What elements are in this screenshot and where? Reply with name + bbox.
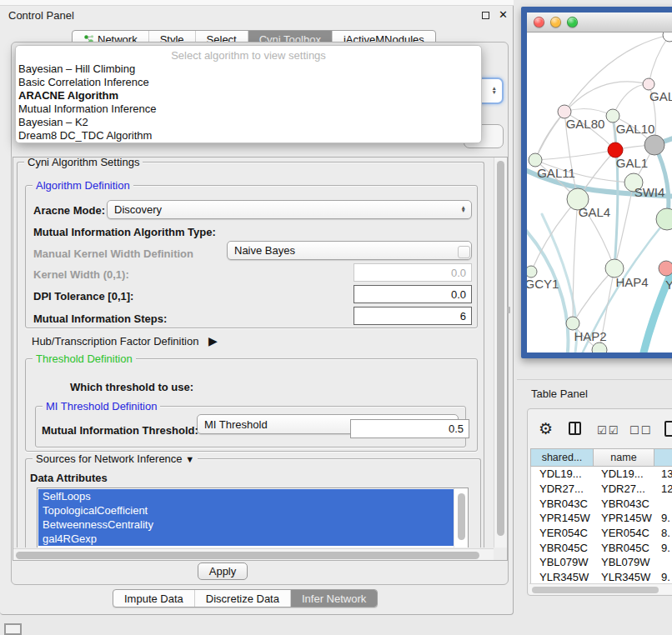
dpi-tolerance-field[interactable]: 0.0	[354, 285, 472, 303]
zoom-window-icon[interactable]	[567, 17, 578, 28]
mi-algorithm-type-combobox[interactable]: Naive Bayes ▲▼	[227, 241, 472, 260]
table-row[interactable]: YPR145WYPR145W9.	[531, 511, 672, 526]
table-cell: YDL19...	[593, 468, 653, 480]
splitter-handle[interactable]	[507, 307, 510, 313]
column-header[interactable]: name	[594, 449, 654, 466]
column-header[interactable]: shared...	[531, 449, 594, 466]
table-row[interactable]: YDL19...YDL19...13	[531, 467, 672, 482]
mi-threshold-field[interactable]: 0.5	[350, 419, 469, 438]
table-scrollbar-thumb[interactable]	[532, 587, 659, 593]
dropdown-item[interactable]: ARACNE Algorithm	[16, 89, 481, 102]
float-panel-icon[interactable]	[482, 12, 489, 19]
hub-definition-expander[interactable]: Hub/Transcription Factor Definition ▶	[32, 334, 218, 348]
which-threshold-label: Which threshold to use:	[70, 381, 193, 393]
network-node-gal10[interactable]	[606, 109, 619, 122]
table-cell: 9.	[653, 512, 672, 524]
table-cell: 9.	[653, 542, 672, 554]
network-node[interactable]	[656, 208, 672, 230]
kernel-width-label: Kernel Width (0,1):	[33, 268, 129, 281]
settings-horizontal-scrollbar[interactable]	[13, 548, 494, 560]
show-columns-icon[interactable]	[569, 422, 581, 435]
data-attributes-label: Data Attributes	[30, 472, 108, 484]
table-horizontal-scrollbar[interactable]	[529, 583, 672, 594]
network-edge[interactable]	[573, 268, 614, 323]
export-table-icon[interactable]	[664, 421, 672, 437]
dropdown-item[interactable]: Bayesian – K2	[16, 116, 481, 129]
network-node-label: GCY1	[527, 277, 559, 291]
dropdown-item[interactable]: Basic Correlation Inference	[16, 76, 481, 89]
bottom-tab-infer-network[interactable]: Infer Network	[290, 590, 377, 607]
list-scrollbar-thumb[interactable]	[458, 493, 465, 540]
table-header-row: shared...name	[530, 448, 672, 467]
horizontal-scrollbar-thumb[interactable]	[16, 552, 479, 559]
table-row[interactable]: YBR043CYBR043C	[531, 496, 672, 511]
manual-kernel-width-checkbox[interactable]	[458, 246, 470, 258]
table-row[interactable]: YLR345WYLR345W9.	[531, 570, 672, 583]
list-item[interactable]: TopologicalCoefficient	[38, 503, 454, 518]
settings-vertical-scrollbar[interactable]	[494, 158, 507, 548]
network-node-hap2[interactable]	[566, 317, 579, 330]
dropdown-item[interactable]: Bayesian – Hill Climbing	[16, 62, 481, 76]
algorithm-dropdown-popup: Select algorithm to view settings Bayesi…	[15, 45, 482, 143]
network-canvas[interactable]: GALGAL80GAL10GAL1GAL11SWI4GAL4GCY1HAP4YH…	[527, 32, 672, 352]
close-window-icon[interactable]	[534, 17, 544, 28]
sources-title-text: Sources for Network Inference	[36, 452, 183, 465]
network-node-label: GAL10	[616, 122, 655, 136]
network-node-gal11[interactable]	[529, 153, 542, 167]
network-edge[interactable]	[535, 112, 564, 160]
network-node-gcy1[interactable]	[527, 266, 537, 278]
table-cell: YDR27...	[531, 482, 593, 495]
mi-threshold-label: Mutual Information Threshold:	[42, 424, 198, 437]
aracne-mode-combobox[interactable]: Discovery ▲▼	[107, 200, 472, 219]
table-row[interactable]: YBR045CYBR045C9.	[531, 540, 672, 555]
bottom-tab-label: Impute Data	[124, 592, 183, 605]
network-edge[interactable]	[531, 199, 578, 272]
minimized-panel-grip[interactable]	[4, 623, 22, 635]
select-all-columns-icon[interactable]: ☑☑	[597, 424, 619, 437]
vertical-scrollbar-thumb[interactable]	[497, 161, 504, 536]
network-window-titlebar[interactable]	[527, 12, 672, 32]
sources-title[interactable]: Sources for Network Inference ▼	[33, 452, 198, 465]
apply-button[interactable]: Apply	[198, 562, 248, 580]
network-node[interactable]	[644, 135, 664, 155]
bottom-tab-impute-data[interactable]: Impute Data	[113, 590, 194, 607]
kernel-width-field[interactable]: 0.0	[354, 263, 472, 282]
network-node-label: HAP2	[574, 329, 606, 343]
close-panel-icon[interactable]: ✕	[499, 8, 508, 21]
network-edge[interactable]	[649, 35, 669, 84]
network-edge[interactable]	[535, 150, 615, 160]
list-item[interactable]: SelfLoops	[38, 489, 454, 503]
table-cell: YBL079W	[531, 556, 593, 568]
table-cell: 9.	[653, 571, 672, 583]
network-node[interactable]	[663, 32, 672, 42]
table-cell: YBR043C	[531, 498, 593, 510]
table-row[interactable]: YER054CYER054C8.	[531, 526, 672, 541]
network-edge[interactable]	[564, 108, 613, 116]
bottom-tab-discretize-data[interactable]: Discretize Data	[194, 590, 290, 607]
table-cell: YPR145W	[593, 512, 653, 524]
list-vertical-scrollbar[interactable]	[454, 488, 468, 548]
dropdown-item[interactable]: Mutual Information Inference	[16, 102, 481, 116]
mi-algorithm-type-label: Mutual Information Algorithm Type:	[33, 226, 216, 238]
network-node-label: HAP4	[615, 275, 648, 289]
deselect-all-columns-icon[interactable]: ☐☐	[629, 424, 652, 437]
network-edge[interactable]	[613, 84, 649, 116]
column-header[interactable]	[654, 449, 672, 466]
list-item[interactable]: gal4RGexp	[38, 532, 454, 546]
network-node-y[interactable]	[659, 261, 672, 276]
mi-steps-field[interactable]: 6	[354, 307, 472, 325]
network-node-label: SWI4	[634, 185, 665, 199]
threshold-definition-title: Threshold Definition	[33, 352, 136, 365]
list-item[interactable]: BetweennessCentrality	[38, 518, 454, 532]
control-panel-title: Control Panel	[8, 9, 74, 22]
network-node[interactable]	[592, 342, 607, 352]
network-node-label: GAL1	[616, 156, 648, 170]
dropdown-item[interactable]: Dream8 DC_TDC Algorithm	[16, 129, 481, 142]
table-row[interactable]: YDR27...YDR27...12	[531, 482, 672, 497]
minimize-window-icon[interactable]	[550, 17, 561, 28]
table-settings-gear-icon[interactable]: ⚙	[539, 421, 553, 437]
table-row[interactable]: YBL079WYBL079W	[531, 555, 672, 570]
network-node-gal[interactable]	[643, 78, 654, 90]
data-attributes-list[interactable]: SelfLoopsTopologicalCoefficientBetweenne…	[37, 488, 469, 548]
table-cell: YLR345W	[593, 571, 653, 583]
